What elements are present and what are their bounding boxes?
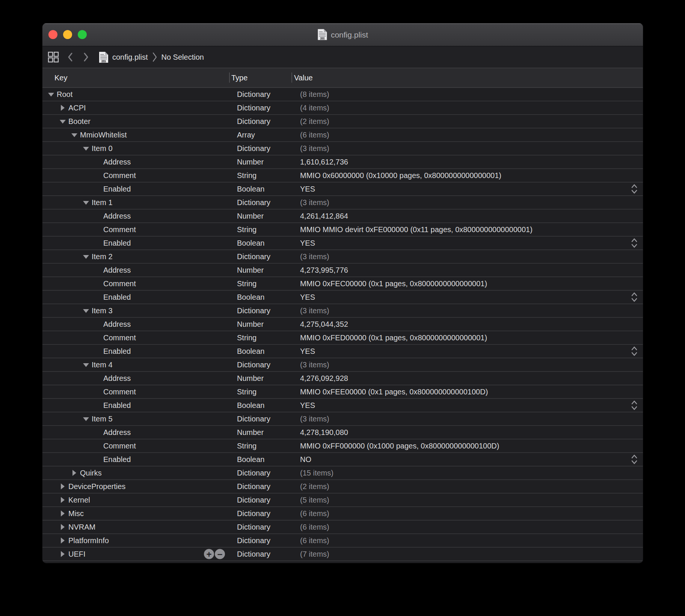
- table-row[interactable]: DeviceProperties Dictionary (2 items): [42, 480, 643, 494]
- value-label[interactable]: 4,261,412,864: [300, 212, 348, 220]
- boolean-stepper-icon[interactable]: [631, 238, 638, 248]
- type-label[interactable]: Dictionary: [237, 252, 270, 261]
- table-row[interactable]: Enabled Boolean NO: [42, 453, 643, 467]
- disclosure-triangle-collapsed-icon[interactable]: [59, 497, 65, 503]
- type-label[interactable]: String: [237, 171, 256, 180]
- type-cell[interactable]: Boolean: [229, 183, 291, 195]
- type-cell[interactable]: String: [229, 439, 291, 452]
- value-label[interactable]: 4,276,092,928: [300, 374, 348, 383]
- value-cell[interactable]: (15 items): [291, 467, 643, 479]
- boolean-stepper-icon[interactable]: [631, 184, 638, 194]
- type-cell[interactable]: String: [229, 277, 291, 290]
- disclosure-triangle-expanded-icon[interactable]: [83, 308, 89, 314]
- key-label[interactable]: PlatformInfo: [68, 536, 109, 545]
- type-label[interactable]: Number: [237, 374, 264, 383]
- type-label[interactable]: Boolean: [237, 185, 264, 193]
- disclosure-triangle-expanded-icon[interactable]: [83, 362, 89, 368]
- value-cell[interactable]: MMIO 0xFED00000 (0x1 pages, 0x8000000000…: [291, 331, 643, 344]
- close-button[interactable]: [48, 30, 57, 39]
- key-label[interactable]: Comment: [103, 279, 136, 288]
- type-label[interactable]: Dictionary: [237, 361, 270, 369]
- type-label[interactable]: Number: [237, 266, 264, 275]
- value-cell[interactable]: (3 items): [291, 358, 643, 371]
- type-cell[interactable]: Number: [229, 210, 291, 222]
- type-label[interactable]: Number: [237, 212, 264, 220]
- disclosure-triangle-expanded-icon[interactable]: [59, 118, 65, 124]
- table-row[interactable]: Comment String MMIO 0x60000000 (0x10000 …: [42, 169, 643, 183]
- column-divider[interactable]: [229, 72, 230, 83]
- minimize-button[interactable]: [63, 30, 72, 39]
- back-button[interactable]: [67, 52, 73, 62]
- type-cell[interactable]: String: [229, 331, 291, 344]
- table-row[interactable]: Comment String MMIO 0xFEE00000 (0x1 page…: [42, 385, 643, 399]
- value-cell[interactable]: NO: [291, 453, 643, 466]
- value-cell[interactable]: (7 items): [291, 548, 643, 560]
- table-row[interactable]: Root Dictionary (8 items): [42, 88, 643, 101]
- type-label[interactable]: String: [237, 388, 256, 396]
- value-cell[interactable]: (5 items): [291, 494, 643, 506]
- table-row[interactable]: Enabled Boolean YES: [42, 183, 643, 196]
- type-cell[interactable]: Array: [229, 128, 291, 141]
- table-row[interactable]: NVRAM Dictionary (6 items): [42, 521, 643, 534]
- value-cell[interactable]: 4,275,044,352: [291, 318, 643, 331]
- table-row[interactable]: Kernel Dictionary (5 items): [42, 494, 643, 507]
- value-cell[interactable]: 4,278,190,080: [291, 426, 643, 439]
- boolean-stepper-icon[interactable]: [631, 400, 638, 411]
- type-label[interactable]: Dictionary: [237, 144, 270, 153]
- value-label[interactable]: YES: [300, 401, 315, 410]
- type-cell[interactable]: Boolean: [229, 291, 291, 303]
- value-label[interactable]: MMIO 0xFED00000 (0x1 pages, 0x8000000000…: [300, 334, 487, 342]
- value-cell[interactable]: (3 items): [291, 250, 643, 263]
- disclosure-triangle-expanded-icon[interactable]: [48, 91, 54, 97]
- table-row[interactable]: Address Number 4,273,995,776: [42, 264, 643, 277]
- table-row[interactable]: Enabled Boolean YES: [42, 237, 643, 250]
- table-row[interactable]: Address Number 4,276,092,928: [42, 372, 643, 385]
- value-cell[interactable]: YES: [291, 399, 643, 412]
- type-label[interactable]: Dictionary: [237, 198, 270, 207]
- value-label[interactable]: MMIO 0xFEC00000 (0x1 pages, 0x8000000000…: [300, 279, 487, 288]
- key-label[interactable]: Item 2: [92, 252, 113, 261]
- column-divider[interactable]: [291, 72, 292, 83]
- value-cell[interactable]: (6 items): [291, 507, 643, 520]
- type-label[interactable]: Number: [237, 428, 264, 437]
- column-header-key[interactable]: Key: [54, 74, 67, 82]
- type-cell[interactable]: Dictionary: [229, 358, 291, 371]
- key-label[interactable]: Item 0: [92, 144, 113, 153]
- type-label[interactable]: String: [237, 279, 256, 288]
- type-cell[interactable]: String: [229, 223, 291, 236]
- table-row[interactable]: Quirks Dictionary (15 items): [42, 467, 643, 480]
- table-row[interactable]: UEFI + − Dictionary (7 items): [42, 548, 643, 561]
- key-label[interactable]: Item 1: [92, 198, 113, 207]
- type-cell[interactable]: Number: [229, 426, 291, 439]
- boolean-stepper-icon[interactable]: [631, 292, 638, 302]
- key-label[interactable]: ACPI: [68, 104, 86, 112]
- disclosure-triangle-collapsed-icon[interactable]: [59, 483, 65, 489]
- key-label[interactable]: MmioWhitelist: [80, 131, 127, 139]
- type-label[interactable]: Boolean: [237, 347, 264, 356]
- type-cell[interactable]: Dictionary: [229, 250, 291, 263]
- disclosure-triangle-collapsed-icon[interactable]: [71, 470, 77, 476]
- value-label[interactable]: YES: [300, 347, 315, 356]
- type-cell[interactable]: Dictionary: [229, 304, 291, 317]
- key-label[interactable]: Enabled: [103, 185, 131, 193]
- disclosure-triangle-collapsed-icon[interactable]: [59, 510, 65, 516]
- table-row[interactable]: PlatformInfo Dictionary (6 items): [42, 534, 643, 548]
- value-label[interactable]: YES: [300, 293, 315, 302]
- type-label[interactable]: Boolean: [237, 455, 264, 464]
- type-label[interactable]: Number: [237, 320, 264, 329]
- key-label[interactable]: Quirks: [80, 469, 102, 477]
- table-row[interactable]: Enabled Boolean YES: [42, 399, 643, 412]
- key-label[interactable]: Enabled: [103, 239, 131, 248]
- value-label[interactable]: 4,273,995,776: [300, 266, 348, 275]
- table-row[interactable]: MmioWhitelist Array (6 items): [42, 128, 643, 142]
- disclosure-triangle-collapsed-icon[interactable]: [59, 551, 65, 557]
- key-label[interactable]: Comment: [103, 171, 136, 180]
- value-cell[interactable]: MMIO 0xFEC00000 (0x1 pages, 0x8000000000…: [291, 277, 643, 290]
- type-label[interactable]: Dictionary: [237, 482, 270, 491]
- value-label[interactable]: YES: [300, 185, 315, 193]
- breadcrumb-selection[interactable]: No Selection: [161, 53, 204, 62]
- type-label[interactable]: Dictionary: [237, 90, 270, 99]
- value-cell[interactable]: MMIO 0x60000000 (0x10000 pages, 0x800000…: [291, 169, 643, 182]
- key-label[interactable]: Comment: [103, 442, 136, 450]
- key-label[interactable]: Address: [103, 266, 131, 275]
